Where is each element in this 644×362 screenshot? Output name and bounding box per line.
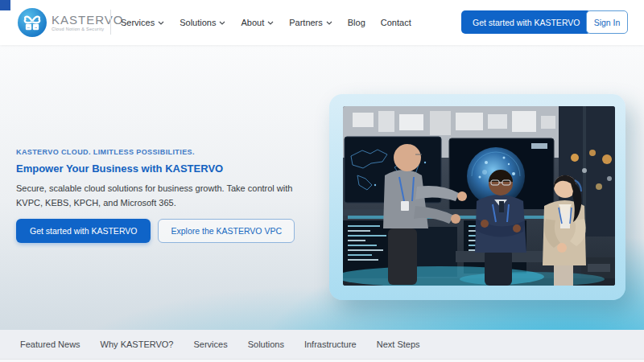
logo-text: KASTERVO Cloud Notion & Security [52,14,123,32]
nav-label: Solutions [180,18,216,27]
nav-label: Services [121,18,155,27]
nav-item-partners[interactable]: Partners [289,18,332,27]
header-divider [110,10,111,35]
nav-label: Partners [289,18,323,27]
hero-eyebrow: KASTERVO CLOUD. LIMITLESS POSSIBILITIES. [16,148,318,156]
logo-tagline: Cloud Notion & Security [52,27,123,32]
top-navbar: KASTERVO Cloud Notion & Security Service… [0,0,644,45]
sign-in-button[interactable]: Sign In [586,10,628,34]
nav-label: Blog [348,18,365,27]
section-subnav: Featured News Why KASTERVO? Services Sol… [0,330,644,360]
main-nav: Services Solutions About Partners Blog C… [121,0,411,45]
subnav-item-featured-news[interactable]: Featured News [20,339,80,349]
hero-section: KASTERVO CLOUD. LIMITLESS POSSIBILITIES.… [0,45,644,330]
subnav-item-services[interactable]: Services [193,339,227,349]
subnav-item-next-steps[interactable]: Next Steps [377,339,420,349]
chevron-down-icon [267,21,274,25]
hero-description: Secure, scalable cloud solutions for bus… [16,182,306,210]
hero-get-started-button[interactable]: Get started with KASTERVO [16,219,151,243]
subnav-item-solutions[interactable]: Solutions [248,339,284,349]
subnav-item-why-kastervo[interactable]: Why KASTERVO? [101,339,174,349]
nav-label: Contact [381,18,411,27]
chevron-down-icon [158,21,164,25]
nav-item-blog[interactable]: Blog [348,18,365,27]
hero-photo-control-room [343,106,615,286]
nav-item-services[interactable]: Services [121,18,164,27]
nav-item-contact[interactable]: Contact [381,18,411,27]
hero-buttons: Get started with KASTERVO Explore the KA… [16,219,295,243]
chevron-down-icon [326,21,332,25]
hero-explore-vpc-button[interactable]: Explore the KASTERVO VPC [158,219,295,243]
hero-image-card [329,94,625,300]
nav-label: About [241,18,264,27]
hero-title: Empower Your Business with KASTERVO [16,162,318,175]
logo-icon [18,8,47,37]
nav-item-about[interactable]: About [241,18,274,27]
subnav-item-infrastructure[interactable]: Infrastructure [304,339,357,349]
chevron-down-icon [219,21,225,25]
logo[interactable]: KASTERVO Cloud Notion & Security [18,8,123,37]
corner-accent-square [0,0,10,10]
page: KASTERVO Cloud Notion & Security Service… [0,0,644,362]
nav-item-solutions[interactable]: Solutions [180,18,225,27]
get-started-button[interactable]: Get started with KASTERVO [461,10,591,34]
logo-title: KASTERVO [52,14,123,26]
